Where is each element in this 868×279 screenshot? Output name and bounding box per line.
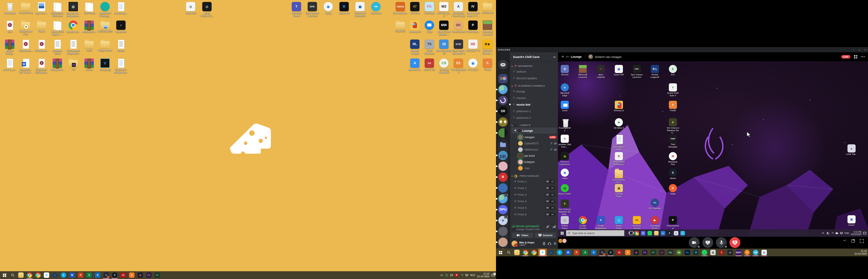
fullscreen-icon[interactable] [860,239,864,243]
section-algemene[interactable]: ALGEMENE CHANNELS [510,81,558,88]
desktop-icon[interactable]: Λ FiveM [480,59,495,71]
server-icon[interactable] [498,183,507,193]
taskbar-app-button[interactable]: PS [641,249,649,256]
maximize-button[interactable]: □ [857,47,862,52]
taskbar-app-button[interactable]: X [127,271,136,279]
desktop-icon[interactable]: Minecraft Launcher [480,21,495,36]
taskbar-app-button[interactable] [25,271,34,279]
desktop-icon[interactable]: ILSpy-master [97,39,113,52]
screenshare-stream[interactable]: D Discord Minecraft Launcher Λ Apex Lege… [558,61,868,237]
desktop-icon[interactable]: TS Train Simulator [422,39,437,55]
server-icon[interactable] [498,117,507,127]
voice-user[interactable]: meagan LIVE [512,134,556,140]
taskbar-app-button[interactable]: FZ [119,271,127,279]
taskbar-app-button[interactable] [530,249,538,256]
taskbar-app-button[interactable]: X [581,249,589,256]
taskbar-app-button[interactable] [34,271,42,279]
desktop-icon[interactable]: OC Overcooked [451,21,466,33]
taskbar-app-button[interactable]: PS [145,271,153,279]
taskbar-app-button[interactable]: S [59,271,68,279]
taskbar-search-button[interactable] [505,249,513,256]
server-icon[interactable] [498,85,507,94]
desktop-icon[interactable]: R★ Rockstar Games ... [480,39,495,55]
taskbar-app-button[interactable]: ∩ [51,271,59,279]
noise-suppression-icon[interactable] [546,225,550,228]
taskbar-app-button[interactable]: ∩ [547,249,555,256]
desktop-icon[interactable]: 47 HITMAN [407,2,423,14]
taskbar-app-button[interactable]: S [607,249,615,256]
text-channel[interactable]: lounge [512,88,556,95]
taskbar-app-button[interactable]: P [76,271,85,279]
start-button[interactable] [0,271,9,279]
desktop-icon[interactable]: Corporate - AShamalu... [34,59,49,74]
server-icon[interactable]: ✈ [498,216,507,225]
taskbar-app-button[interactable]: Ps [683,249,692,256]
taskbar-clock[interactable]: 21:10 22-10-2020 [477,272,489,278]
desktop-icon[interactable]: ◎ img.steven... fileuploade... [65,2,81,17]
server-icon[interactable]: DIS [498,74,507,83]
taskbar-search-button[interactable] [9,271,17,279]
taskbar-app-button[interactable]: W [68,271,76,279]
desktop-icon[interactable]: bewijs-van... [65,21,81,33]
video-button[interactable]: Video [512,232,533,238]
close-button[interactable]: × [862,47,868,52]
desktop-icon[interactable]: 18 Bus Simulator 18 [436,39,452,55]
desktop-icon[interactable]: B Battle.net [336,2,352,14]
taskbar-app-button[interactable]: S [111,271,119,279]
desktop-icon[interactable]: Winkelover... [34,39,49,52]
minimize-button[interactable]: – [850,47,857,52]
desktop-icon[interactable]: H2 HITMAN™ 2 [465,39,481,52]
desktop-icon[interactable]: ♪ Synthesia [113,21,129,33]
text-channel[interactable]: memes [512,95,556,101]
desktop-icon[interactable]: logo-icon.... [34,2,49,14]
voice-channel-lounge[interactable]: Lounge [512,127,556,134]
voice-user[interactable]: max [512,165,556,171]
camera-button[interactable] [689,237,700,248]
mic-options-chevron[interactable] [724,245,727,248]
taskbar-app-button[interactable]: ◆ [632,249,641,256]
taskbar-app-button[interactable]: VM [751,249,760,256]
taskbar-app-button[interactable]: V [743,249,751,256]
taskbar-app-button[interactable]: X [623,249,632,256]
taskbar-app-button[interactable]: O [589,249,598,256]
desktop-icon[interactable]: bot.rar [81,59,97,71]
grid-view-icon[interactable] [854,55,857,59]
taskbar-app-button[interactable]: DG [666,249,675,256]
desktop-icon[interactable]: StickyMess... [50,59,65,71]
taskbar-app-button[interactable]: PC [649,249,658,256]
desktop-icon[interactable]: Student aan Huis [18,21,33,35]
taskbar-app-button[interactable]: HS [675,249,683,256]
desktop-icon[interactable]: HBO [81,39,97,52]
desktop-icon[interactable]: Taxi Flavio [81,2,97,14]
stop-streaming-button[interactable] [730,237,740,248]
taskbar-app-button[interactable]: ✱ [538,249,547,256]
desktop-icon[interactable]: E2 The Escapists 2 [451,59,466,74]
desktop-icon[interactable]: NVEVOLVED [97,21,113,33]
taskbar-app-button[interactable]: O [93,271,102,279]
desktop-icon[interactable]: KaasHosting [18,2,33,14]
desktop-icon[interactable]: IV Grand Theft Auto IV T... [465,2,481,17]
taskbar-app-button[interactable]: ✱ [42,271,51,279]
desktop-icon[interactable]: T Microsoft Teams [289,2,304,17]
text-channel[interactable]: welkom [512,68,556,75]
desktop-icon[interactable]: 112 Notruf 112 [422,59,437,71]
taskbar-app-button[interactable]: P [572,249,581,256]
desktop-icon[interactable]: Crisp [422,21,437,33]
disconnect-call-icon[interactable] [552,225,556,228]
text-channel[interactable]: music-bot [512,101,556,108]
tray-icon[interactable]: ☂ [455,274,458,277]
stream-volume-icon[interactable] [842,239,846,243]
desktop-icon[interactable]: PS bot [65,59,81,71]
server-icon[interactable] [498,128,507,137]
desktop-icon[interactable]: A ApowerMir... [407,59,423,71]
desktop-icon[interactable]: FG Fall Guys [422,2,437,14]
desktop-icon[interactable]: Justinmind Prototyp... [97,2,113,17]
section-prive[interactable]: - PRIVE KANALEN [510,171,558,178]
desktop-icon[interactable]: W Analysera... ICT in de r... [18,59,33,74]
taskbar-app-button[interactable]: W [564,249,572,256]
desktop-icon[interactable]: EPIC Epic Games Launcher [305,2,320,17]
discord-titlebar[interactable]: DISCORD – □ × [496,47,868,52]
tray-icon[interactable] [450,274,453,277]
taskbar-app-button[interactable]: S [555,249,564,256]
taskbar-app-button[interactable]: FZ [615,249,623,256]
